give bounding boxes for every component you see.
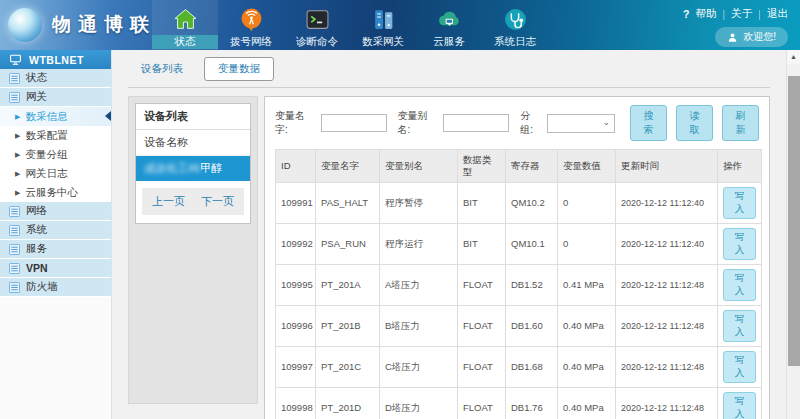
read-button[interactable]: 读取 [676,105,713,141]
write-button[interactable]: 写入 [723,269,756,301]
sidebar-brand: WTBLNET [0,50,111,69]
sidebar-subitem-label: 数采信息 [25,110,67,124]
sidebar-brand-label: WTBLNET [29,54,84,66]
scrollbar-thumb[interactable] [788,76,800,366]
nav-item-data-gateway[interactable]: 数采网关 [350,0,416,50]
filter-bar: 变量名字: 变量别名: 分组: ⌄ 搜索 读取 刷新 [265,97,769,147]
write-button[interactable]: 写入 [723,228,756,260]
sidebar-subitem-data-acquisition-config[interactable]: ▶ 数采配置 [0,126,111,145]
device-panel-title: 设备列表 [136,104,250,130]
sidebar-item-vpn[interactable]: VPN [0,259,111,278]
table-row: 109995PT_201AA塔压力FLOATDB1.520.41 MPa2020… [276,265,762,306]
cell-c-value: 0.40 MPa [558,306,616,347]
tab-device-list[interactable]: 设备列表 [128,58,196,80]
group-select[interactable]: ⌄ [547,114,615,133]
variable-alias-input[interactable] [443,114,509,132]
sidebar-item-service[interactable]: 服务 [0,240,111,259]
filter-group-label: 分组: [520,109,542,137]
help-icon: ? [683,8,689,20]
page-scrollbar[interactable]: ▲ [786,50,800,419]
cell-c-value: 0.41 MPa [558,265,616,306]
table-row: 109992PSA_RUN程序运行BITQM10.102020-12-12 11… [276,224,762,265]
cell-c-type: FLOAT [458,347,506,388]
logo-globe-icon [8,8,42,42]
device-list-panel: 设备列表 设备名称 成达化工#6甲醇 上一页 下一页 [128,96,258,404]
cell-c-alias: C塔压力 [380,347,458,388]
sidebar-item-firewall[interactable]: 防火墙 [0,278,111,297]
list-icon [9,244,20,255]
cell-c-time: 2020-12-12 11:12:48 [616,265,718,306]
chevron-down-icon: ⌄ [603,117,611,127]
about-link[interactable]: 关于 [731,7,752,21]
cell-c-reg: QM10.1 [506,224,558,265]
write-button[interactable]: 写入 [723,187,756,219]
list-icon [9,206,20,217]
list-icon [9,73,20,84]
sidebar-item-gateway[interactable]: 网关 [0,88,111,107]
sidebar-item-status[interactable]: 状态 [0,69,111,88]
sidebar-subitem-gateway-log[interactable]: ▶ 网关日志 [0,164,111,183]
cell-action: 写入 [718,183,762,224]
logout-link[interactable]: 退出 [767,7,788,21]
cell-c-type: BIT [458,224,506,265]
nav-item-system-log[interactable]: 系统日志 [482,0,548,50]
cell-c-type: BIT [458,183,506,224]
welcome-text: 欢迎您! [743,30,776,44]
top-header: 物通博联 状态 拨号网络 诊断命令 [0,0,800,50]
col-header-id: ID [276,150,316,183]
cell-c-id: 109995 [276,265,316,306]
write-button[interactable]: 写入 [723,392,756,419]
write-button[interactable]: 写入 [723,310,756,342]
cell-c-alias: A塔压力 [380,265,458,306]
cell-action: 写入 [718,224,762,265]
sidebar-item-system[interactable]: 系统 [0,221,111,240]
cell-c-alias: 程序运行 [380,224,458,265]
device-item-selected[interactable]: 成达化工#6甲醇 [136,156,250,181]
brand-logo: 物通博联 [8,8,156,42]
cell-action: 写入 [718,347,762,388]
nav-item-cloud-service[interactable]: 云服务 [416,0,482,50]
nav-label: 数采网关 [350,35,416,49]
cell-c-time: 2020-12-12 11:12:48 [616,388,718,419]
scroll-up-button[interactable]: ▲ [787,50,800,64]
sidebar-item-label: 系统 [26,223,47,237]
sidebar-subitem-cloud-center[interactable]: ▶ 云服务中心 [0,183,111,202]
table-row: 109998PT_201DD塔压力FLOATDB1.760.40 MPa2020… [276,388,762,419]
divider: | [758,8,761,20]
sidebar-item-network[interactable]: 网络 [0,202,111,221]
device-name-blurred: 成达化工#6 [144,162,200,174]
dial-network-icon [218,0,284,32]
sidebar-subitem-variable-group[interactable]: ▶ 变量分组 [0,145,111,164]
help-link[interactable]: 帮助 [696,7,717,21]
cell-c-reg: DB1.76 [506,388,558,419]
col-header-alias: 变量别名 [380,150,458,183]
chevron-right-icon: ▶ [15,170,20,178]
cell-c-name: PSA_RUN [316,224,380,265]
gateway-servers-icon [350,0,416,32]
sidebar-item-label: 网关 [26,90,47,104]
sidebar: WTBLNET 状态 网关 ▶ 数采信息 ▶ 数采配置 ▶ 变量分组 ▶ 网关日… [0,50,112,419]
nav-label: 云服务 [416,35,482,49]
nav-label: 诊断命令 [284,35,350,49]
tab-variable-data[interactable]: 变量数据 [204,57,274,81]
col-header-action: 操作 [718,150,762,183]
filter-alias-label: 变量别名: [398,109,439,137]
cell-c-name: PT_201A [316,265,380,306]
welcome-user-badge[interactable]: 欢迎您! [715,27,788,47]
nav-item-dial-network[interactable]: 拨号网络 [218,0,284,50]
col-header-datatype: 数据类型 [458,150,506,183]
tabs-divider [128,87,770,88]
nav-item-status[interactable]: 状态 [152,0,218,50]
cell-c-name: PAS_HALT [316,183,380,224]
search-button[interactable]: 搜索 [630,105,667,141]
nav-item-diagnostic-command[interactable]: 诊断命令 [284,0,350,50]
device-prev-page-link[interactable]: 上一页 [152,194,185,209]
write-button[interactable]: 写入 [723,351,756,383]
nav-label: 系统日志 [482,35,548,49]
sidebar-subitem-data-acquisition-info[interactable]: ▶ 数采信息 [0,107,111,126]
nav-label: 拨号网络 [218,35,284,49]
col-header-value: 变量数值 [558,150,616,183]
refresh-button[interactable]: 刷新 [722,105,759,141]
variable-name-input[interactable] [321,114,387,132]
device-next-page-link[interactable]: 下一页 [201,194,234,209]
